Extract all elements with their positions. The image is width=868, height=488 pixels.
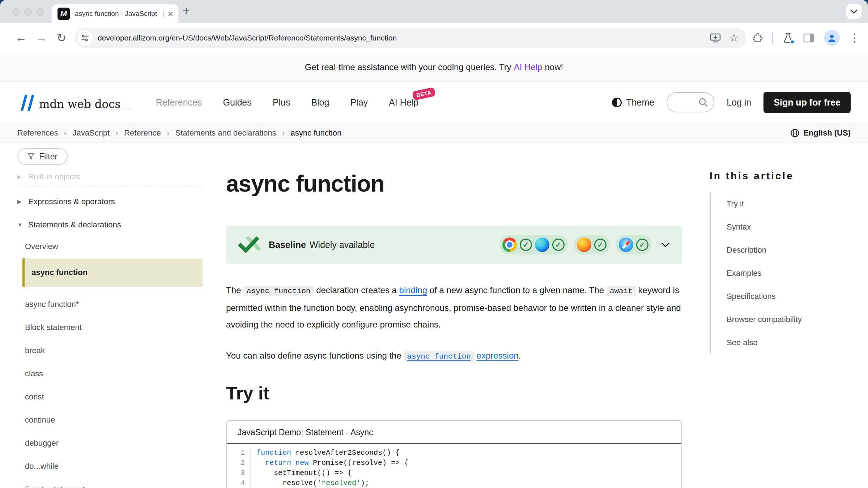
filter-button[interactable]: Filter: [17, 148, 68, 165]
edge-icon: [535, 237, 549, 252]
search-icon: [698, 97, 709, 108]
minimize-window-button[interactable]: [24, 8, 32, 16]
sidebar-item-class[interactable]: class: [17, 368, 203, 379]
firefox-icon: [577, 237, 591, 252]
chip-chromium: ✓ ✓: [499, 235, 568, 254]
browser-menu-icon[interactable]: ⋮: [849, 31, 860, 44]
toc-item-see-also[interactable]: See also: [727, 331, 851, 354]
toc-item-browser-compatibility[interactable]: Browser compatibility: [727, 308, 851, 331]
chevron-right-icon: ▶: [17, 196, 28, 207]
baseline-expand-button[interactable]: [661, 242, 670, 248]
crumb-javascript[interactable]: JavaScript: [73, 128, 110, 138]
chip-safari: ✓: [616, 235, 652, 254]
banner-suffix: now!: [545, 62, 563, 72]
sidebar-item-break[interactable]: break: [17, 345, 203, 356]
install-app-icon[interactable]: [710, 33, 721, 43]
sidebar-item-expressions-operators[interactable]: ▶ Expressions & operators: [17, 196, 203, 207]
theme-icon: [612, 98, 622, 107]
toc-title: In this article: [710, 170, 851, 182]
new-tab-button[interactable]: +: [183, 4, 190, 18]
globe-icon: [790, 128, 800, 138]
filter-label: Filter: [39, 152, 58, 162]
reload-button[interactable]: ↻: [51, 31, 72, 45]
profile-avatar[interactable]: [824, 30, 840, 46]
toolbar-actions: ⋮: [751, 30, 860, 46]
line-number: 3: [234, 468, 251, 478]
toc-item-try-it[interactable]: Try it: [727, 192, 851, 215]
filter-funnel-icon: [27, 153, 35, 160]
tab-search-button[interactable]: [846, 4, 861, 19]
check-icon: ✓: [636, 239, 648, 251]
code-editor[interactable]: 1 function resolveAfter2Seconds() { 2 re…: [227, 444, 681, 488]
mdn-favicon: M: [58, 8, 70, 20]
sidebar-item-do-while[interactable]: do...while: [17, 461, 203, 472]
side-panel-icon[interactable]: [803, 33, 814, 43]
crumb-reference[interactable]: Reference: [124, 128, 161, 138]
bookmark-star-icon[interactable]: ☆: [729, 31, 739, 44]
tab-title: async function - JavaScript: [75, 10, 161, 18]
crumb-current: async function: [291, 128, 342, 138]
mdn-logo[interactable]: mdn web docs _: [17, 94, 131, 111]
signup-button[interactable]: Sign up for free: [763, 92, 851, 113]
mdn-wordmark: mdn web docs: [39, 98, 120, 111]
sidebar-item-block-statement[interactable]: Block statement: [17, 322, 203, 333]
breadcrumb-separator: ›: [64, 128, 67, 138]
desktop: M async function - JavaScript | × + ← → …: [0, 0, 868, 488]
maximize-window-button[interactable]: [36, 8, 44, 16]
sidebar-item-continue[interactable]: continue: [17, 415, 203, 425]
site-settings-icon[interactable]: [77, 30, 93, 46]
nav-plus[interactable]: Plus: [273, 97, 290, 108]
sidebar-item-empty-statement[interactable]: Empty statement: [17, 484, 203, 488]
crumb-references[interactable]: References: [17, 128, 58, 138]
nav-play[interactable]: Play: [350, 97, 368, 108]
toc-item-syntax[interactable]: Syntax: [727, 215, 851, 239]
sidebar-item-async-function-active[interactable]: async function: [22, 258, 203, 287]
sidebar-item-built-in-objects[interactable]: ▶ Built-in objects: [17, 171, 203, 182]
breadcrumb: References › JavaScript › Reference › St…: [17, 128, 341, 138]
forward-button[interactable]: →: [31, 31, 51, 44]
nav-blog[interactable]: Blog: [311, 97, 329, 108]
safari-icon: [619, 237, 633, 252]
sidebar-item-statements-declarations[interactable]: ▼ Statements & declarations: [17, 219, 203, 230]
close-window-button[interactable]: [12, 8, 20, 16]
browser-support-chips: ✓ ✓ ✓ ✓: [499, 235, 652, 254]
close-tab-icon[interactable]: ×: [168, 9, 173, 18]
baseline-status: BaselineWidely available: [269, 240, 375, 250]
url-text[interactable]: developer.allizom.org/en-US/docs/Web/Jav…: [98, 34, 702, 42]
theme-switcher[interactable]: Theme: [612, 97, 654, 108]
sidebar-item-const[interactable]: const: [17, 391, 203, 402]
intro-paragraph: The async function declaration creates a…: [226, 282, 682, 333]
async-function-expression-code-link[interactable]: async function: [404, 351, 474, 362]
docs-sidebar: Filter ▶ Built-in objects ▶ Expressions …: [0, 143, 226, 488]
crumb-statements[interactable]: Statements and declarations: [175, 128, 276, 138]
check-icon: ✓: [594, 239, 607, 251]
nav-guides[interactable]: Guides: [223, 97, 252, 108]
search-input[interactable]: _: [667, 92, 714, 112]
back-button[interactable]: ←: [11, 31, 31, 44]
toc-item-specifications[interactable]: Specifications: [727, 285, 851, 308]
sidebar-item-debugger[interactable]: debugger: [17, 438, 203, 449]
check-icon: ✓: [520, 239, 532, 251]
ai-help-link[interactable]: AI Help: [514, 62, 542, 72]
toc-item-examples[interactable]: Examples: [727, 262, 851, 285]
nav-ai-help[interactable]: AI HelpBETA: [389, 97, 418, 108]
breadcrumb-separator: ›: [167, 128, 170, 138]
nav-references[interactable]: References: [156, 97, 202, 108]
line-number: 1: [234, 448, 251, 458]
ai-help-banner: Get real-time assistance with your codin…: [0, 53, 868, 82]
page-content: Filter ▶ Built-in objects ▶ Expressions …: [0, 143, 868, 488]
browser-tab[interactable]: M async function - JavaScript | ×: [52, 4, 178, 23]
tab-title-cursor: |: [162, 10, 164, 18]
chip-firefox: ✓: [574, 235, 610, 254]
address-bar[interactable]: developer.allizom.org/en-US/docs/Web/Jav…: [75, 28, 746, 48]
extensions-icon[interactable]: [751, 32, 763, 44]
language-switcher[interactable]: English (US): [790, 128, 851, 138]
sidebar-item-overview[interactable]: Overview: [17, 241, 203, 252]
sidebar-item-async-function-star[interactable]: async function*: [17, 299, 203, 310]
chrome-labs-icon[interactable]: [783, 32, 793, 44]
binding-link[interactable]: binding: [399, 285, 427, 295]
expression-link[interactable]: expression: [477, 351, 519, 360]
login-link[interactable]: Log in: [727, 97, 751, 108]
toc-item-description[interactable]: Description: [727, 239, 851, 262]
demo-title: JavaScript Demo: Statement - Async: [227, 421, 681, 444]
